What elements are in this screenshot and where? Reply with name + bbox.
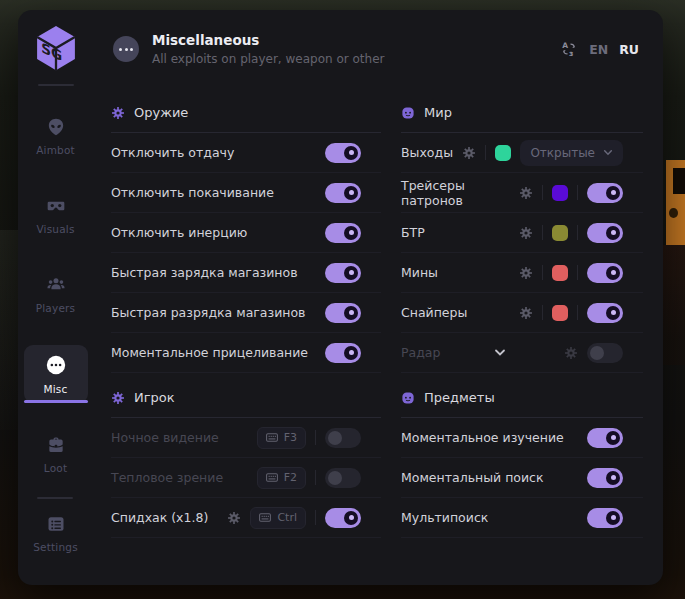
color-swatch[interactable]: [552, 305, 568, 321]
toggle-knob: [606, 226, 620, 240]
feature-label: Моментальное изучение: [401, 430, 564, 445]
color-swatch[interactable]: [552, 225, 568, 241]
feature-row-instant-research: Моментальное изучение: [401, 418, 643, 458]
hotkey-badge[interactable]: F3: [257, 427, 306, 449]
toggle-instant-research[interactable]: [587, 428, 623, 448]
toggle-tracers[interactable]: [587, 183, 623, 203]
gear-icon[interactable]: [519, 306, 533, 320]
sidebar-item-settings[interactable]: Settings: [24, 505, 88, 561]
color-swatch[interactable]: [552, 265, 568, 281]
section-title: Предметы: [424, 390, 495, 405]
sidebar-item-players[interactable]: Players: [24, 266, 88, 322]
hotkey-label: F2: [284, 471, 297, 484]
sidebar-item-label: Visuals: [36, 223, 74, 235]
sidebar-item-label: Aimbot: [36, 144, 75, 156]
toggle-speedhack[interactable]: [325, 508, 361, 528]
gear-icon[interactable]: [519, 266, 533, 280]
feature-label: Быстрая разрядка магазинов: [111, 305, 305, 320]
chevron-down-icon: [603, 149, 613, 156]
sidebar-item-visuals[interactable]: Visuals: [24, 187, 88, 243]
page-subtitle: All exploits on player, weapon or other: [152, 52, 384, 66]
background-orange-sign: [666, 160, 685, 245]
toggle-knob: [344, 226, 358, 240]
color-swatch[interactable]: [552, 185, 568, 201]
section-weapon: Оружие Отключить отдачу Отключить покачи…: [111, 88, 381, 373]
items-icon: [401, 391, 415, 405]
vr-goggles-icon: [46, 196, 66, 216]
select-value: Открытые: [530, 146, 595, 160]
section-title: Игрок: [134, 390, 175, 405]
translate-icon[interactable]: A з: [560, 40, 578, 58]
toggle-fast-reload[interactable]: [325, 263, 361, 283]
toggle-knob: [328, 471, 342, 485]
toggle-instant-loot[interactable]: [587, 468, 623, 488]
world-icon: [401, 106, 415, 120]
gear-icon[interactable]: [462, 146, 476, 160]
feature-row-fast-reload: Быстрая зарядка магазинов: [111, 253, 381, 293]
toggle-btr[interactable]: [587, 223, 623, 243]
feature-label: Выходы: [401, 145, 453, 160]
toggle-no-recoil[interactable]: [325, 143, 361, 163]
toggle-knob: [606, 306, 620, 320]
sidebar-divider-bottom: [37, 497, 73, 499]
feature-label: Снайперы: [401, 305, 467, 320]
sidebar-divider-top: [38, 84, 74, 86]
feature-row-night-vision: Ночное видение F3: [111, 418, 381, 458]
feature-label: Мины: [401, 265, 438, 280]
sidebar-item-label: Settings: [33, 541, 78, 553]
feature-label: БТР: [401, 225, 425, 240]
page-title: Miscellaneous: [152, 32, 384, 48]
toggle-snipers[interactable]: [587, 303, 623, 323]
language-ru-button[interactable]: RU: [619, 42, 639, 57]
toggle-mines[interactable]: [587, 263, 623, 283]
feature-row-radar: Радар: [401, 333, 643, 373]
toggle-no-sway[interactable]: [325, 183, 361, 203]
sidebar-item-aimbot[interactable]: Aimbot: [24, 108, 88, 164]
toggle-thermal-vision[interactable]: [325, 468, 361, 488]
ellipsis-circle-icon: [45, 354, 67, 376]
toggle-knob: [344, 266, 358, 280]
language-en-button[interactable]: EN: [589, 42, 608, 57]
toggle-radar[interactable]: [587, 343, 623, 363]
keyboard-icon: [266, 433, 278, 442]
sidebar-item-label: Loot: [44, 462, 67, 474]
feature-label: Мультипоиск: [401, 510, 488, 525]
sidebar-item-loot[interactable]: Loot: [24, 426, 88, 482]
settings-list-icon: [46, 514, 66, 534]
gear-icon[interactable]: [519, 226, 533, 240]
toggle-knob: [344, 346, 358, 360]
toggle-fast-unload[interactable]: [325, 303, 361, 323]
toggle-no-inertia[interactable]: [325, 223, 361, 243]
hotkey-badge[interactable]: F2: [257, 467, 306, 489]
section-title: Мир: [424, 105, 452, 120]
toggle-knob: [606, 431, 620, 445]
toggle-night-vision[interactable]: [325, 428, 361, 448]
feature-label: Отключить отдачу: [111, 145, 234, 160]
svg-text:з: з: [569, 49, 573, 58]
feature-label: Отключить покачивание: [111, 185, 274, 200]
gear-icon[interactable]: [227, 511, 241, 525]
color-swatch[interactable]: [495, 145, 511, 161]
right-column: Мир Выходы Отк: [401, 88, 643, 538]
expand-chevron-icon[interactable]: [494, 349, 506, 357]
toggle-knob: [344, 306, 358, 320]
section-world: Мир Выходы Отк: [401, 88, 643, 373]
toggle-multi-search[interactable]: [587, 508, 623, 528]
hotkey-badge[interactable]: Ctrl: [250, 507, 306, 529]
toggle-instant-ads[interactable]: [325, 343, 361, 363]
sidebar-item-misc[interactable]: Misc: [24, 345, 88, 403]
gear-icon: [111, 391, 125, 405]
feature-row-tracers: Трейсеры патронов: [401, 173, 643, 213]
feature-row-exits: Выходы Открытые: [401, 133, 643, 173]
exits-select[interactable]: Открытые: [520, 140, 623, 166]
gear-icon[interactable]: [564, 346, 578, 360]
toggle-knob: [606, 471, 620, 485]
cheat-menu-window: SG Aimbot Visuals: [18, 10, 663, 585]
gear-icon[interactable]: [519, 186, 533, 200]
toggle-knob: [590, 346, 604, 360]
section-player: Игрок Ночное видение F3: [111, 373, 381, 538]
toggle-knob: [344, 146, 358, 160]
hotkey-label: Ctrl: [277, 511, 297, 524]
alien-icon: [46, 117, 66, 137]
toggle-knob: [606, 511, 620, 525]
